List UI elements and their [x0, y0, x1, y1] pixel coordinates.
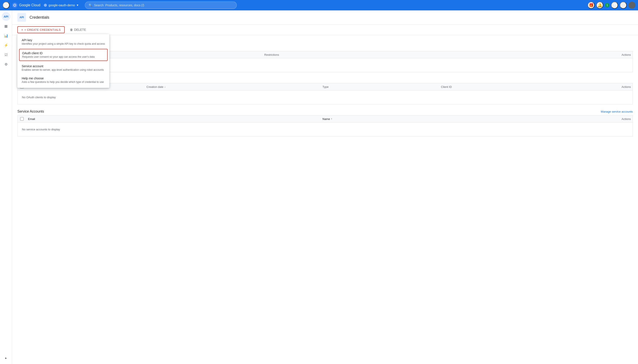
logo-text: Google Cloud: [19, 3, 40, 7]
delete-button[interactable]: 🗑 DELETE: [67, 27, 89, 33]
filter-icon: ⚡: [4, 43, 8, 47]
dropdown-item-service-account[interactable]: Service account Enables server-to-server…: [17, 62, 109, 74]
hamburger-button[interactable]: ☰: [3, 2, 10, 9]
sa-empty-message: No service accounts to display: [18, 124, 65, 134]
page-header: API Credentials: [12, 10, 638, 24]
plus-icon: +: [21, 28, 23, 32]
oauth-col-clientid: Client ID: [439, 85, 615, 88]
api-keys-col-restrictions: Restrictions: [263, 53, 615, 56]
api-keys-col-actions: Actions: [615, 53, 632, 56]
sidebar-item-dashboard[interactable]: ▦: [2, 22, 11, 30]
project-selector[interactable]: google-oauth-demo ▼: [44, 4, 79, 7]
api-keys-table-header: Name Restrictions Actions: [18, 51, 632, 58]
sidebar-item-api[interactable]: API: [2, 12, 11, 21]
gift-icon: 🎁: [589, 3, 593, 8]
notifications-button[interactable]: 🔔: [596, 2, 603, 9]
api-keys-section: API Keys Name Restrictions Actions No AP…: [17, 45, 633, 72]
page-title: Credentials: [30, 15, 49, 20]
api-keys-empty-row: No API keys to display: [18, 58, 632, 72]
app-layout: API ▦ 📊 ⚡ ☑ ⚙ ▶ API Credentials: [0, 10, 638, 364]
create-credentials-button[interactable]: + + CREATE CREDENTIALS: [17, 26, 65, 33]
dropdown-item-help[interactable]: Help me choose Asks a few questions to h…: [17, 74, 109, 86]
help-desc: Asks a few questions to help you decide …: [22, 80, 105, 84]
sort-up-icon: ↑: [331, 117, 332, 120]
oauth-table: Name Creation date ↓ Type Client ID Acti…: [17, 83, 633, 104]
create-hint: Create credentials to access your enable…: [17, 38, 633, 42]
manage-service-accounts-link[interactable]: Manage service accounts: [601, 110, 633, 113]
dropdown-item-api-key[interactable]: API key Identifies your project using a …: [17, 36, 109, 48]
search-icon: 🔍: [89, 4, 92, 7]
help-button[interactable]: ?: [611, 2, 618, 9]
oauth-empty-message: No OAuth clients to display: [18, 92, 60, 102]
hamburger-icon: ☰: [4, 2, 8, 8]
check-icon: ☑: [5, 53, 8, 57]
sa-col-actions: Actions: [615, 117, 632, 120]
delete-icon: 🗑: [70, 28, 73, 32]
sa-empty-row: No service accounts to display: [18, 122, 632, 136]
metrics-icon: 📊: [4, 34, 8, 38]
project-icon: [44, 4, 47, 7]
notification-badge[interactable]: 1: [605, 3, 609, 8]
oauth-col-type: Type: [321, 85, 439, 88]
top-nav: ☰ Google Cloud google-oauth-demo ▼ 🔍 🎁 🔔…: [0, 0, 638, 10]
sidebar-item-metrics[interactable]: 📊: [2, 31, 11, 40]
service-accounts-table: Email Name ↑ Actions No service accounts…: [17, 115, 633, 136]
user-avatar[interactable]: [628, 2, 635, 9]
oauth-table-header: Name Creation date ↓ Type Client ID Acti…: [18, 83, 632, 90]
search-input[interactable]: [94, 4, 233, 7]
api-keys-header-row: API Keys: [17, 45, 633, 49]
logo-icon: [12, 2, 17, 8]
search-bar[interactable]: 🔍: [85, 2, 237, 9]
nav-icons: 🎁 🔔 1 ? ⋮: [588, 2, 635, 9]
help-title: Help me choose: [22, 76, 105, 80]
sa-checkbox-all[interactable]: [20, 117, 24, 120]
api-key-title: API key: [22, 38, 105, 42]
sidebar-item-check[interactable]: ☑: [2, 50, 11, 59]
more-options-button[interactable]: ⋮: [620, 2, 627, 9]
oauth-title: OAuth client ID: [22, 52, 105, 55]
sa-select-all[interactable]: [18, 117, 26, 120]
api-key-desc: Identifies your project using a simple A…: [22, 42, 105, 45]
more-icon: ⋮: [621, 2, 625, 8]
oauth-header-row: OAuth 2.0 Client IDs: [17, 78, 633, 81]
service-account-desc: Enables server-to-server, app-level auth…: [22, 68, 105, 71]
avatar-image: [628, 2, 635, 9]
sa-col-email: Email: [26, 117, 321, 120]
help-icon: ?: [613, 3, 616, 8]
api-keys-table: Name Restrictions Actions No API keys to…: [17, 51, 633, 72]
oauth-empty-row: No OAuth clients to display: [18, 90, 632, 104]
settings-icon: ⚙: [5, 62, 8, 66]
service-accounts-table-header: Email Name ↑ Actions: [18, 116, 632, 122]
oauth-col-actions: Actions: [615, 85, 632, 88]
svg-point-0: [12, 2, 17, 8]
gift-button[interactable]: 🎁: [588, 2, 594, 9]
dropdown-item-oauth[interactable]: OAuth client ID Requests user consent so…: [19, 49, 108, 61]
service-accounts-header-row: Service Accounts Manage service accounts: [17, 110, 633, 114]
main-content: API Credentials + + CREATE CREDENTIALS 🗑…: [12, 10, 638, 364]
dashboard-icon: ▦: [4, 24, 8, 28]
sidebar: API ▦ 📊 ⚡ ☑ ⚙ ▶: [0, 10, 12, 364]
oauth-col-date[interactable]: Creation date ↓: [145, 85, 321, 88]
api-badge: API: [17, 13, 26, 22]
project-chevron-icon: ▼: [76, 4, 79, 7]
sort-down-icon: ↓: [164, 85, 166, 88]
oauth-section: OAuth 2.0 Client IDs Name Creation date …: [17, 78, 633, 104]
project-name: google-oauth-demo: [49, 4, 75, 7]
service-accounts-section: Service Accounts Manage service accounts…: [17, 110, 633, 136]
google-cloud-logo: Google Cloud: [12, 2, 40, 8]
sidebar-expand-button[interactable]: ▶: [2, 354, 11, 362]
create-credentials-dropdown: API key Identifies your project using a …: [17, 34, 109, 88]
sa-col-name[interactable]: Name ↑: [321, 117, 615, 120]
bell-icon: 🔔: [597, 3, 602, 8]
expand-icon: ▶: [5, 357, 7, 359]
sidebar-item-filter[interactable]: ⚡: [2, 41, 11, 50]
service-accounts-title: Service Accounts: [17, 110, 44, 114]
oauth-desc: Requests user consent so your app can ac…: [22, 55, 105, 58]
service-account-title: Service account: [22, 64, 105, 68]
key-icon: API: [4, 15, 9, 18]
toolbar: + + CREATE CREDENTIALS 🗑 DELETE API key …: [12, 24, 638, 35]
sidebar-item-settings[interactable]: ⚙: [2, 60, 11, 68]
